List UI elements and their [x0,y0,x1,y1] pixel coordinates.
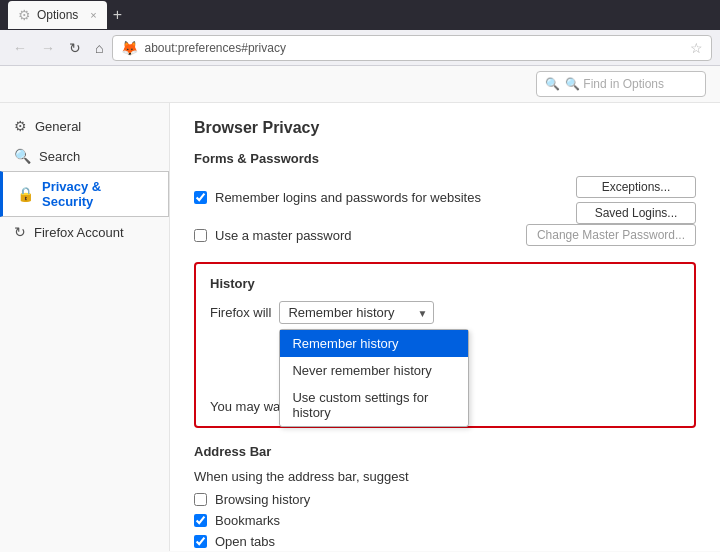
bookmark-star-button[interactable]: ☆ [690,40,703,56]
search-icon: 🔍 [545,77,560,91]
suggest-label: When using the address bar, suggest [194,469,696,484]
sidebar: ⚙ General 🔍 Search 🔒 Privacy & Security … [0,103,170,551]
tab-label: Options [37,8,78,22]
firefox-icon: 🦊 [121,40,138,56]
open-tabs-checkbox[interactable] [194,535,207,548]
browsing-history-checkbox[interactable] [194,493,207,506]
dropdown-option-never[interactable]: Never remember history [280,357,468,384]
logins-buttons: Exceptions... Saved Logins... [576,176,696,224]
search-icon: 🔍 [14,148,31,164]
title-bar: ⚙ Options × + [0,0,720,30]
address-bar-title: Address Bar [194,444,696,459]
sidebar-item-search[interactable]: 🔍 Search [0,141,169,171]
find-bar: 🔍 🔍 Find in Options [0,66,720,103]
back-button[interactable]: ← [8,38,32,58]
home-button[interactable]: ⌂ [90,38,108,58]
master-password-label: Use a master password [215,228,352,243]
firefox-will-label: Firefox will [210,305,271,320]
bookmarks-label: Bookmarks [215,513,280,528]
firefox-will-row: Firefox will Remember history ▼ Remember… [210,301,680,324]
master-password-checkbox[interactable] [194,229,207,242]
sidebar-item-label: Search [39,149,80,164]
history-title: History [210,276,680,291]
remember-logins-checkbox-row: Remember logins and passwords for websit… [194,190,481,205]
main-layout: ⚙ General 🔍 Search 🔒 Privacy & Security … [0,103,720,551]
gear-icon: ⚙ [14,118,27,134]
sidebar-item-privacy[interactable]: 🔒 Privacy & Security [0,171,169,217]
master-password-row: Use a master password Change Master Pass… [194,224,696,246]
bookmarks-option: Bookmarks [194,513,696,528]
page-title: Browser Privacy [194,119,696,137]
gear-icon: ⚙ [18,7,31,23]
remember-logins-label: Remember logins and passwords for websit… [215,190,481,205]
forward-button[interactable]: → [36,38,60,58]
dropdown-option-custom[interactable]: Use custom settings for history [280,384,468,426]
saved-logins-button[interactable]: Saved Logins... [576,202,696,224]
lock-icon: 🔒 [17,186,34,202]
browser-tab[interactable]: ⚙ Options × [8,1,107,29]
history-section: History Firefox will Remember history ▼ … [194,262,696,428]
browsing-history-label: Browsing history [215,492,310,507]
sidebar-item-label: Privacy & Security [42,179,154,209]
remember-logins-row: Remember logins and passwords for websit… [194,176,696,224]
dropdown-option-remember[interactable]: Remember history [280,330,468,357]
new-tab-button[interactable]: + [113,6,122,24]
find-input[interactable]: 🔍 🔍 Find in Options [536,71,706,97]
open-tabs-label: Open tabs [215,534,275,549]
remember-logins-checkbox[interactable] [194,191,207,204]
forms-title: Forms & Passwords [194,151,696,166]
sidebar-item-general[interactable]: ⚙ General [0,111,169,141]
sidebar-item-account[interactable]: ↻ Firefox Account [0,217,169,247]
tab-close-button[interactable]: × [90,9,96,21]
url-text: about:preferences#privacy [144,41,285,55]
browsing-history-option: Browsing history [194,492,696,507]
address-bar-section: Address Bar When using the address bar, … [194,444,696,552]
history-dropdown-button[interactable]: Remember history [279,301,434,324]
forms-passwords-section: Forms & Passwords Remember logins and pa… [194,151,696,246]
nav-bar: ← → ↻ ⌂ 🦊 about:preferences#privacy ☆ [0,30,720,66]
refresh-button[interactable]: ↻ [64,38,86,58]
open-tabs-option: Open tabs [194,534,696,549]
sync-icon: ↻ [14,224,26,240]
sidebar-item-label: Firefox Account [34,225,124,240]
history-dropdown-wrapper: Remember history ▼ Remember history Neve… [279,301,434,324]
change-master-password-button[interactable]: Change Master Password... [526,224,696,246]
find-placeholder: 🔍 Find in Options [565,77,664,91]
bookmarks-checkbox[interactable] [194,514,207,527]
exceptions-button[interactable]: Exceptions... [576,176,696,198]
content-area: Browser Privacy Forms & Passwords Rememb… [170,103,720,551]
sidebar-item-label: General [35,119,81,134]
address-bar[interactable]: 🦊 about:preferences#privacy ☆ [112,35,712,61]
history-dropdown-menu: Remember history Never remember history … [279,329,469,427]
